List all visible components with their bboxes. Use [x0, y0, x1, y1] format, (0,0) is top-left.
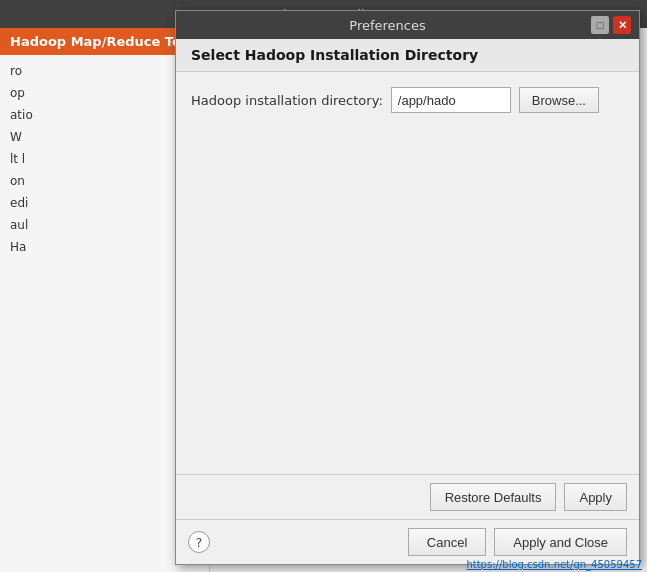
titlebar-buttons: □ ✕ — [591, 16, 631, 34]
dialog-footer: ? Cancel Apply and Close — [176, 519, 639, 564]
content-area: Hadoop installation directory: Browse... — [176, 72, 639, 474]
section-header: Select Hadoop Installation Directory — [176, 39, 639, 72]
hadoop-directory-input[interactable] — [391, 87, 511, 113]
help-button[interactable]: ? — [188, 531, 210, 553]
preferences-dialog: Preferences □ ✕ Select Hadoop Installati… — [175, 10, 640, 565]
form-row: Hadoop installation directory: Browse... — [191, 87, 624, 113]
url-hint: https://blog.csdn.net/gn_45059457 — [466, 559, 642, 570]
apply-button[interactable]: Apply — [564, 483, 627, 511]
form-label: Hadoop installation directory: — [191, 93, 383, 108]
close-button[interactable]: ✕ — [613, 16, 631, 34]
apply-and-close-button[interactable]: Apply and Close — [494, 528, 627, 556]
maximize-button[interactable]: □ — [591, 16, 609, 34]
content-spacer — [191, 123, 624, 459]
restore-defaults-button[interactable]: Restore Defaults — [430, 483, 557, 511]
cancel-button[interactable]: Cancel — [408, 528, 486, 556]
dialog-title: Preferences — [184, 18, 591, 33]
dialog-titlebar: Preferences □ ✕ — [176, 11, 639, 39]
footer-buttons: Cancel Apply and Close — [408, 528, 627, 556]
bottom-buttons: Restore Defaults Apply — [176, 474, 639, 519]
dialog-body: Select Hadoop Installation Directory Had… — [176, 39, 639, 564]
browse-button[interactable]: Browse... — [519, 87, 599, 113]
